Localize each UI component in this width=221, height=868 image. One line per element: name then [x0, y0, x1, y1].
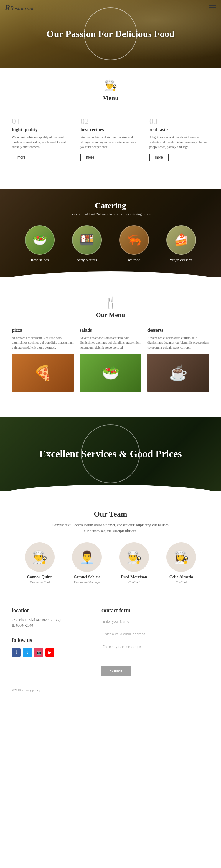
menu-item-salads: salads At vero eos et accusamus et iusto…	[80, 328, 141, 392]
member-1-role: Executive Chef	[21, 580, 59, 584]
catering-items: 🥗 fresh salads 🍱 party platters 🦐 sea fo…	[6, 225, 215, 262]
member-2-role: Restaurant Manager	[68, 580, 106, 584]
team-subtitle: Sample text. Lorem ipsum dolor sit amet,…	[52, 522, 169, 533]
desserts-title: desserts	[147, 328, 209, 333]
hero-title: Our Passion For Delicious Food	[47, 28, 174, 39]
member-3-avatar: 👨‍🍳	[119, 542, 149, 572]
feature-3: 03 real taste A light, sour wheat dough …	[149, 117, 209, 161]
hero-content: Our Passion For Delicious Food	[47, 28, 174, 39]
feature-2-number: 02	[80, 117, 140, 126]
member-4-role: Co-Chef	[162, 580, 200, 584]
follow-heading: follow us	[12, 637, 84, 643]
catering-label-platters: party platters	[66, 258, 108, 262]
footer-copyright: ©2018 Privacy policy	[12, 685, 209, 692]
catering-label-vegan: vegan desserts	[161, 258, 202, 262]
catering-item-platters: 🍱 party platters	[66, 225, 108, 262]
menu-item-desserts: desserts At vero eos et accusamus et ius…	[147, 328, 209, 392]
footer-grid: location 28 Jackson Blvd Ste 1020 Chicag…	[12, 608, 209, 676]
hamburger-icon[interactable]	[209, 3, 216, 8]
member-3-role: Co-Chef	[115, 580, 153, 584]
pizza-title: pizza	[12, 328, 74, 333]
pizza-image: 🍕	[12, 354, 74, 392]
our-menu-title: Our Menu	[12, 311, 209, 319]
youtube-icon[interactable]: ▶	[45, 648, 54, 657]
catering-label-seafood: sea food	[113, 258, 155, 262]
submit-button[interactable]: Submit	[101, 666, 131, 676]
chef-icon: 👨‍🍳	[6, 80, 215, 92]
feature-1-text: We serve the highest quality of prepared…	[12, 135, 72, 149]
catering-item-salads: 🥗 fresh salads	[19, 225, 60, 262]
logo-letter: R	[5, 3, 10, 12]
catering-circle-salads: 🥗	[25, 225, 55, 255]
team-members-grid: 👨‍🍳 Connor Quinn Executive Chef 👨‍💼 Samu…	[12, 542, 209, 584]
contact-message-input[interactable]	[101, 642, 209, 660]
team-member-2: 👨‍💼 Samuel Schick Restaurant Manager	[68, 542, 106, 584]
logo[interactable]: RRestaurant	[5, 3, 34, 12]
salads-text: At vero eos et accusamus et iusto odio d…	[80, 335, 141, 350]
menu-intro-section: 👨‍🍳 Menu	[0, 68, 221, 111]
catering-section: Catering please call at least 24 hours i…	[0, 189, 221, 277]
feature-2-title: best recipes	[80, 127, 140, 132]
feature-1-title: hight quality	[12, 127, 72, 132]
catering-circle-seafood: 🦐	[119, 225, 149, 255]
catering-content: Catering please call at least 24 hours i…	[6, 201, 215, 262]
services-banner: Excellent Services & Good Prices	[0, 417, 221, 491]
catering-item-seafood: 🦐 sea food	[113, 225, 155, 262]
team-member-3: 👨‍🍳 Fred Morrison Co-Chef	[115, 542, 153, 584]
footer-section: location 28 Jackson Blvd Ste 1020 Chicag…	[0, 596, 221, 698]
logo-text: Restaurant	[10, 6, 34, 11]
member-1-name: Connor Quinn	[21, 575, 59, 580]
catering-title: Catering	[6, 201, 215, 210]
member-4-avatar: 👩‍🍳	[166, 542, 196, 572]
member-3-name: Fred Morrison	[115, 575, 153, 580]
salads-title: salads	[80, 328, 141, 333]
feature-2-more-button[interactable]: more	[80, 154, 100, 161]
team-member-1: 👨‍🍳 Connor Quinn Executive Chef	[21, 542, 59, 584]
contact-name-input[interactable]	[101, 617, 209, 626]
footer-location-col: location 28 Jackson Blvd Ste 1020 Chicag…	[12, 608, 84, 676]
social-icons-group: f t 📷 ▶	[12, 648, 84, 657]
location-address: 28 Jackson Blvd Ste 1020 Chicago	[12, 617, 84, 623]
feature-3-more-button[interactable]: more	[149, 154, 169, 161]
desserts-text: At vero eos et accusamus et iusto odio d…	[147, 335, 209, 350]
feature-2: 02 best recipes We use cookies and simil…	[80, 117, 140, 161]
our-menu-section: 🍴 Our Menu pizza At vero eos et accusamu…	[0, 282, 221, 401]
copyright-text: ©2018 Privacy policy	[12, 688, 40, 692]
services-title: Excellent Services & Good Prices	[39, 448, 182, 460]
feature-1: 01 hight quality We serve the highest qu…	[12, 117, 72, 161]
follow-section: follow us f t 📷 ▶	[12, 637, 84, 657]
features-section: 01 hight quality We serve the highest qu…	[0, 111, 221, 173]
member-1-avatar: 👨‍🍳	[25, 542, 55, 572]
services-content: Excellent Services & Good Prices	[39, 448, 182, 460]
location-city: IL 60604-2340	[12, 623, 84, 628]
catering-subtitle: please call at least 24 hours in advance…	[6, 212, 215, 216]
member-4-name: Celia Almeda	[162, 575, 200, 580]
feature-3-number: 03	[149, 117, 209, 126]
facebook-icon[interactable]: f	[12, 648, 21, 657]
salads-image: 🥗	[80, 354, 141, 392]
feature-3-title: real taste	[149, 127, 209, 132]
instagram-icon[interactable]: 📷	[34, 648, 43, 657]
nav-menu[interactable]	[209, 3, 216, 8]
menu-intro-title: Menu	[6, 94, 215, 102]
pizza-text: At vero eos et accusamus et iusto odio d…	[12, 335, 74, 350]
feature-1-number: 01	[12, 117, 72, 126]
menu-icon: 🍴	[12, 297, 209, 309]
member-2-name: Samuel Schick	[68, 575, 106, 580]
menu-item-pizza: pizza At vero eos et accusamus et iusto …	[12, 328, 74, 392]
desserts-image: ☕	[147, 354, 209, 392]
catering-circle-platters: 🍱	[72, 225, 102, 255]
contact-email-input[interactable]	[101, 630, 209, 639]
twitter-icon[interactable]: t	[23, 648, 32, 657]
feature-1-more-button[interactable]: more	[12, 154, 31, 161]
team-member-4: 👩‍🍳 Celia Almeda Co-Chef	[162, 542, 200, 584]
team-section: Our Team Sample text. Lorem ipsum dolor …	[0, 495, 221, 596]
catering-item-vegan: 🍰 vegan desserts	[161, 225, 202, 262]
member-2-avatar: 👨‍💼	[72, 542, 102, 572]
feature-3-text: A light, sour wheat dough with roasted w…	[149, 135, 209, 149]
catering-circle-vegan: 🍰	[166, 225, 196, 255]
location-heading: location	[12, 608, 84, 614]
catering-label-salads: fresh salads	[19, 258, 60, 262]
menu-items-grid: pizza At vero eos et accusamus et iusto …	[12, 328, 209, 392]
contact-heading: contact form	[101, 608, 209, 614]
